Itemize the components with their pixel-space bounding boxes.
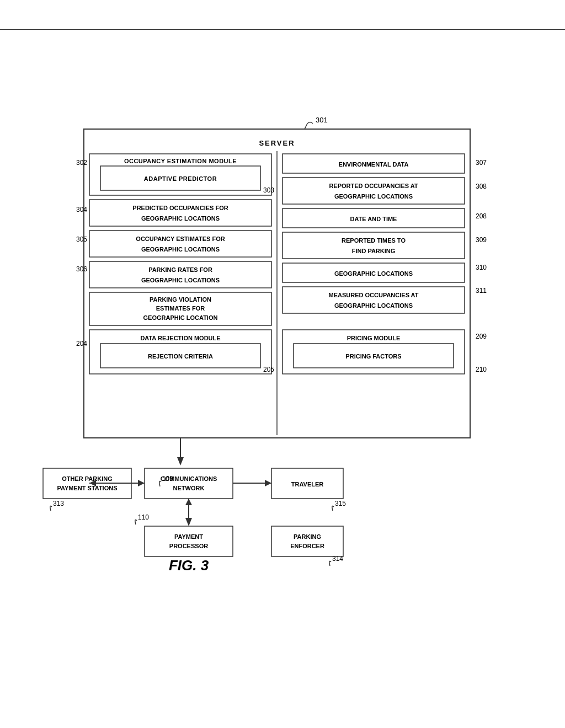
label-predicted-occupancies: PREDICTED OCCUPANCIES FOR <box>132 205 228 211</box>
svg-rect-26 <box>145 526 233 556</box>
ref-306: 306 <box>76 265 87 273</box>
label-date-time: DATE AND TIME <box>350 216 397 222</box>
arrow-down-2 <box>185 518 192 526</box>
ref-204: 204 <box>76 340 87 347</box>
svg-rect-14 <box>282 232 465 259</box>
ref-308: 308 <box>476 183 487 190</box>
label-predicted-occupancies-2: GEOGRAPHIC LOCATIONS <box>141 215 220 222</box>
arrow-right-1 <box>138 480 145 486</box>
svg-rect-5 <box>89 200 271 226</box>
svg-rect-12 <box>282 178 465 204</box>
label-parking-rates-2: GEOGRAPHIC LOCATIONS <box>141 277 220 283</box>
patent-diagram-svg: 301 SERVER 302 OCCUPANCY ESTIMATION MODU… <box>34 41 531 570</box>
ref-304: 304 <box>76 206 87 213</box>
ref-205: 205 <box>263 366 274 373</box>
svg-rect-20 <box>145 468 233 499</box>
label-rejection-criteria: REJECTION CRITERIA <box>148 353 213 360</box>
svg-line-0 <box>305 124 307 129</box>
ref-311: 311 <box>476 287 487 295</box>
diagram-container: 301 SERVER 302 OCCUPANCY ESTIMATION MODU… <box>0 41 565 570</box>
label-geographic-locations: GEOGRAPHIC LOCATIONS <box>334 270 413 277</box>
label-parking-rates: PARKING RATES FOR <box>148 266 212 273</box>
label-occupancy-estimates-2: GEOGRAPHIC LOCATIONS <box>141 246 220 253</box>
label-measured-occupancies-2: GEOGRAPHIC LOCATIONS <box>334 302 413 309</box>
label-reported-times-2: FIND PARKING <box>352 248 396 254</box>
label-parking-violation-3: GEOGRAPHIC LOCATION <box>143 314 218 321</box>
ref-303: 303 <box>263 186 274 194</box>
label-pricing-factors: PRICING FACTORS <box>345 353 401 360</box>
label-reported-occupancies-2: GEOGRAPHIC LOCATIONS <box>334 193 413 200</box>
label-other-parking-2: PAYMENT STATIONS <box>57 485 118 491</box>
ref-305: 305 <box>76 235 87 243</box>
ref-315: 315 <box>335 500 346 507</box>
arrow-right-2 <box>265 480 271 486</box>
ref-209: 209 <box>476 333 487 340</box>
label-parking-violation: PARKING VIOLATION <box>150 296 211 303</box>
svg-rect-16 <box>282 287 465 313</box>
ref-208: 208 <box>476 212 487 220</box>
ref-302: 302 <box>76 159 87 167</box>
arrow-up-2 <box>185 499 192 505</box>
label-parking-enforcer-2: ENFORCER <box>290 543 324 549</box>
server-label: SERVER <box>259 139 295 147</box>
svg-rect-6 <box>89 231 271 257</box>
label-environmental-data: ENVIRONMENTAL DATA <box>339 161 409 168</box>
label-communications-network-2: NETWORK <box>173 485 205 491</box>
svg-rect-27 <box>271 526 343 556</box>
label-reported-occupancies: REPORTED OCCUPANCIES AT <box>329 183 418 189</box>
header-date-sheet <box>279 15 286 24</box>
ref-309: 309 <box>476 236 487 244</box>
label-parking-violation-2: ESTIMATES FOR <box>156 305 205 312</box>
label-measured-occupancies: MEASURED OCCUPANCIES AT <box>329 292 419 298</box>
label-traveler: TRAVELER <box>291 481 324 488</box>
ref-110: 110 <box>138 513 149 521</box>
label-other-parking: OTHER PARKING <box>62 475 112 482</box>
label-data-rejection: DATA REJECTION MODULE <box>140 335 220 341</box>
arrow-down <box>177 457 184 465</box>
label-communications-network: COMMUNICATIONS <box>161 475 217 482</box>
ref-301: 301 <box>316 116 328 124</box>
page-header <box>0 0 565 30</box>
label-payment-processor: PAYMENT <box>174 533 203 540</box>
label-occupancy-estimation: OCCUPANCY ESTIMATION MODULE <box>124 158 237 164</box>
label-parking-enforcer: PARKING <box>294 533 321 540</box>
label-adaptive-predictor: ADAPTIVE PREDICTOR <box>144 175 217 182</box>
label-reported-times: REPORTED TIMES TO <box>342 237 406 244</box>
ref-310: 310 <box>476 264 487 271</box>
label-payment-processor-2: PROCESSOR <box>169 543 208 549</box>
fig-label: FIG. 3 <box>169 557 209 570</box>
label-pricing-module: PRICING MODULE <box>347 335 401 341</box>
label-occupancy-estimates: OCCUPANCY ESTIMATES FOR <box>136 235 225 242</box>
ref-314: 314 <box>332 555 343 563</box>
ref-313: 313 <box>53 500 64 507</box>
ref-210: 210 <box>476 366 487 373</box>
svg-rect-7 <box>89 261 271 288</box>
ref-307: 307 <box>476 159 487 167</box>
